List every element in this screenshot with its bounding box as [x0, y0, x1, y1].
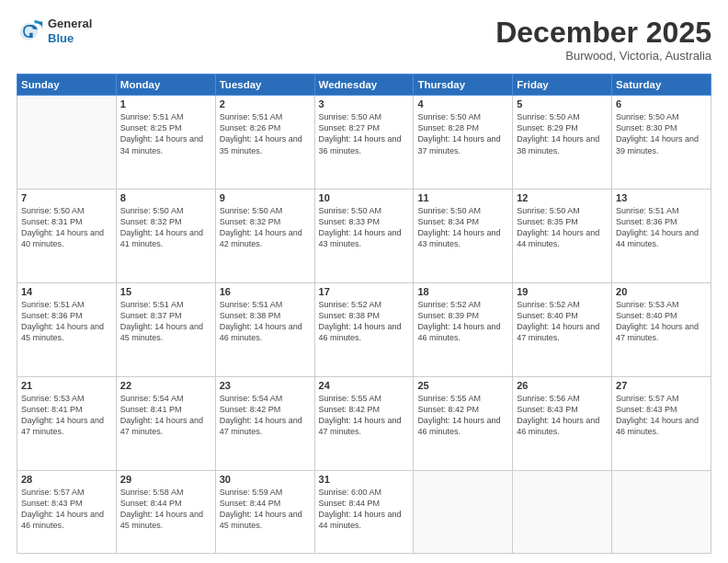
calendar-cell: 28Sunrise: 5:57 AM Sunset: 8:43 PM Dayli…	[17, 470, 117, 553]
day-number: 28	[21, 474, 112, 485]
day-info: Sunrise: 6:00 AM Sunset: 8:44 PM Dayligh…	[319, 487, 410, 532]
calendar-cell: 1Sunrise: 5:51 AM Sunset: 8:25 PM Daylig…	[116, 96, 215, 190]
header: General Blue December 2025 Burwood, Vict…	[17, 17, 711, 63]
day-number: 8	[120, 192, 211, 203]
day-number: 12	[517, 192, 608, 203]
calendar-cell: 24Sunrise: 5:55 AM Sunset: 8:42 PM Dayli…	[314, 376, 414, 470]
day-number: 1	[120, 98, 211, 109]
day-number: 22	[120, 380, 211, 391]
calendar-cell: 23Sunrise: 5:54 AM Sunset: 8:42 PM Dayli…	[215, 376, 314, 470]
day-info: Sunrise: 5:55 AM Sunset: 8:42 PM Dayligh…	[319, 393, 410, 438]
calendar-cell: 17Sunrise: 5:52 AM Sunset: 8:38 PM Dayli…	[314, 282, 414, 376]
day-number: 4	[417, 98, 508, 109]
day-info: Sunrise: 5:57 AM Sunset: 8:43 PM Dayligh…	[616, 393, 707, 438]
month-title: December 2025	[495, 17, 711, 49]
day-info: Sunrise: 5:50 AM Sunset: 8:32 PM Dayligh…	[220, 205, 311, 250]
calendar-week-row: 14Sunrise: 5:51 AM Sunset: 8:36 PM Dayli…	[17, 282, 711, 376]
day-number: 5	[517, 98, 608, 109]
title-area: December 2025 Burwood, Victoria, Austral…	[495, 17, 711, 63]
calendar-cell: 9Sunrise: 5:50 AM Sunset: 8:32 PM Daylig…	[215, 190, 314, 283]
day-number: 26	[517, 380, 608, 391]
day-number: 16	[220, 286, 311, 297]
day-info: Sunrise: 5:50 AM Sunset: 8:27 PM Dayligh…	[319, 111, 410, 156]
day-info: Sunrise: 5:50 AM Sunset: 8:29 PM Dayligh…	[517, 111, 608, 156]
day-info: Sunrise: 5:51 AM Sunset: 8:38 PM Dayligh…	[220, 299, 311, 344]
calendar-cell	[513, 470, 612, 553]
calendar-header-sunday: Sunday	[17, 75, 117, 96]
calendar-cell	[17, 96, 117, 190]
calendar-cell: 18Sunrise: 5:52 AM Sunset: 8:39 PM Dayli…	[414, 282, 513, 376]
calendar-cell: 30Sunrise: 5:59 AM Sunset: 8:44 PM Dayli…	[215, 470, 314, 553]
day-number: 29	[120, 474, 211, 485]
calendar-cell: 2Sunrise: 5:51 AM Sunset: 8:26 PM Daylig…	[215, 96, 314, 190]
day-info: Sunrise: 5:51 AM Sunset: 8:36 PM Dayligh…	[21, 299, 112, 344]
calendar-cell	[414, 470, 513, 553]
day-info: Sunrise: 5:50 AM Sunset: 8:31 PM Dayligh…	[21, 205, 112, 250]
logo: General Blue	[17, 17, 92, 45]
day-number: 6	[616, 98, 707, 109]
calendar-cell: 20Sunrise: 5:53 AM Sunset: 8:40 PM Dayli…	[612, 282, 711, 376]
day-info: Sunrise: 5:51 AM Sunset: 8:37 PM Dayligh…	[120, 299, 211, 344]
logo-line2: Blue	[48, 31, 74, 45]
day-number: 23	[220, 380, 311, 391]
day-info: Sunrise: 5:53 AM Sunset: 8:40 PM Dayligh…	[616, 299, 707, 344]
day-number: 3	[319, 98, 410, 109]
day-number: 18	[417, 286, 508, 297]
calendar-header-tuesday: Tuesday	[215, 75, 314, 96]
day-info: Sunrise: 5:56 AM Sunset: 8:43 PM Dayligh…	[517, 393, 608, 438]
day-info: Sunrise: 5:50 AM Sunset: 8:28 PM Dayligh…	[417, 111, 508, 156]
day-info: Sunrise: 5:55 AM Sunset: 8:42 PM Dayligh…	[417, 393, 508, 438]
calendar-header-row: SundayMondayTuesdayWednesdayThursdayFrid…	[17, 75, 711, 96]
calendar-header-saturday: Saturday	[612, 75, 711, 96]
day-info: Sunrise: 5:50 AM Sunset: 8:30 PM Dayligh…	[616, 111, 707, 156]
calendar-cell: 22Sunrise: 5:54 AM Sunset: 8:41 PM Dayli…	[116, 376, 215, 470]
calendar-cell: 4Sunrise: 5:50 AM Sunset: 8:28 PM Daylig…	[414, 96, 513, 190]
day-number: 24	[319, 380, 410, 391]
calendar-week-row: 7Sunrise: 5:50 AM Sunset: 8:31 PM Daylig…	[17, 190, 711, 283]
calendar-cell: 14Sunrise: 5:51 AM Sunset: 8:36 PM Dayli…	[17, 282, 117, 376]
calendar-cell: 25Sunrise: 5:55 AM Sunset: 8:42 PM Dayli…	[414, 376, 513, 470]
location: Burwood, Victoria, Australia	[495, 49, 711, 63]
day-number: 30	[220, 474, 311, 485]
day-info: Sunrise: 5:57 AM Sunset: 8:43 PM Dayligh…	[21, 487, 112, 532]
day-info: Sunrise: 5:59 AM Sunset: 8:44 PM Dayligh…	[220, 487, 311, 532]
calendar-cell: 6Sunrise: 5:50 AM Sunset: 8:30 PM Daylig…	[612, 96, 711, 190]
day-number: 14	[21, 286, 112, 297]
calendar-cell: 13Sunrise: 5:51 AM Sunset: 8:36 PM Dayli…	[612, 190, 711, 283]
day-info: Sunrise: 5:50 AM Sunset: 8:34 PM Dayligh…	[417, 205, 508, 250]
calendar-cell: 15Sunrise: 5:51 AM Sunset: 8:37 PM Dayli…	[116, 282, 215, 376]
calendar-cell: 11Sunrise: 5:50 AM Sunset: 8:34 PM Dayli…	[414, 190, 513, 283]
calendar-header-thursday: Thursday	[414, 75, 513, 96]
day-number: 9	[220, 192, 311, 203]
day-number: 7	[21, 192, 112, 203]
calendar-cell: 19Sunrise: 5:52 AM Sunset: 8:40 PM Dayli…	[513, 282, 612, 376]
day-number: 10	[319, 192, 410, 203]
page: General Blue December 2025 Burwood, Vict…	[0, 0, 728, 563]
day-info: Sunrise: 5:50 AM Sunset: 8:33 PM Dayligh…	[319, 205, 410, 250]
day-info: Sunrise: 5:51 AM Sunset: 8:25 PM Dayligh…	[120, 111, 211, 156]
day-number: 21	[21, 380, 112, 391]
calendar-header-friday: Friday	[513, 75, 612, 96]
day-number: 2	[220, 98, 311, 109]
day-number: 31	[319, 474, 410, 485]
calendar-header-wednesday: Wednesday	[314, 75, 414, 96]
calendar-cell: 8Sunrise: 5:50 AM Sunset: 8:32 PM Daylig…	[116, 190, 215, 283]
day-info: Sunrise: 5:54 AM Sunset: 8:42 PM Dayligh…	[220, 393, 311, 438]
day-number: 11	[417, 192, 508, 203]
day-number: 13	[616, 192, 707, 203]
day-info: Sunrise: 5:52 AM Sunset: 8:39 PM Dayligh…	[417, 299, 508, 344]
day-info: Sunrise: 5:50 AM Sunset: 8:32 PM Dayligh…	[120, 205, 211, 250]
calendar-cell: 12Sunrise: 5:50 AM Sunset: 8:35 PM Dayli…	[513, 190, 612, 283]
calendar-cell: 5Sunrise: 5:50 AM Sunset: 8:29 PM Daylig…	[513, 96, 612, 190]
calendar-header-monday: Monday	[116, 75, 215, 96]
calendar-cell: 7Sunrise: 5:50 AM Sunset: 8:31 PM Daylig…	[17, 190, 117, 283]
day-number: 25	[417, 380, 508, 391]
calendar-cell: 29Sunrise: 5:58 AM Sunset: 8:44 PM Dayli…	[116, 470, 215, 553]
calendar-cell: 10Sunrise: 5:50 AM Sunset: 8:33 PM Dayli…	[314, 190, 414, 283]
day-number: 17	[319, 286, 410, 297]
day-number: 15	[120, 286, 211, 297]
calendar-cell: 27Sunrise: 5:57 AM Sunset: 8:43 PM Dayli…	[612, 376, 711, 470]
calendar-table: SundayMondayTuesdayWednesdayThursdayFrid…	[17, 74, 711, 554]
day-info: Sunrise: 5:52 AM Sunset: 8:38 PM Dayligh…	[319, 299, 410, 344]
logo-text: General Blue	[48, 17, 92, 45]
